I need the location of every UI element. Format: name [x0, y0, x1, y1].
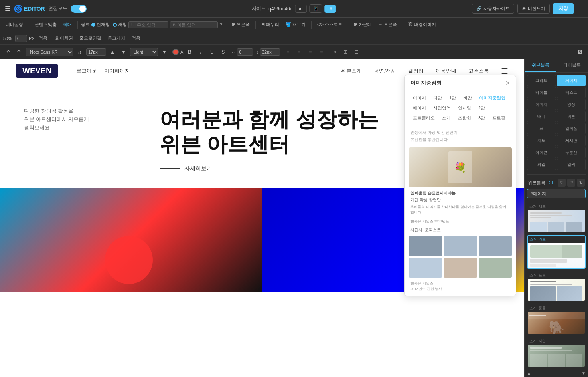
- nav-contact[interactable]: 고객소통: [468, 67, 489, 75]
- tag-image-focus[interactable]: 이미지중점형: [477, 94, 508, 102]
- wc-board[interactable]: 게시판: [557, 135, 586, 146]
- tag-three-col[interactable]: 3단: [476, 114, 487, 122]
- preview-hamburger-icon[interactable]: ☰: [501, 66, 508, 76]
- user-site-btn[interactable]: 🔗 사용자사이트: [472, 4, 514, 14]
- save-btn[interactable]: 저장: [553, 3, 574, 14]
- indent-btn[interactable]: ⇥: [330, 47, 339, 57]
- fill-btn[interactable]: 🪣 채우기: [283, 21, 308, 28]
- italic-btn[interactable]: I: [196, 47, 205, 57]
- template-card-2[interactable]: 소개_가로: [527, 235, 586, 269]
- apply-btn[interactable]: 적용: [36, 34, 50, 42]
- wb-search-input[interactable]: [531, 191, 586, 196]
- scroll-down-btn[interactable]: ▼: [582, 371, 586, 375]
- max-btn[interactable]: 최대: [61, 21, 74, 28]
- tag-profile[interactable]: 프로필: [490, 114, 508, 122]
- table-btn2[interactable]: ⊟: [352, 47, 361, 57]
- wc-video[interactable]: 영상: [557, 99, 586, 110]
- popup-close-icon[interactable]: ✕: [505, 80, 510, 86]
- wc-map[interactable]: 지도: [527, 135, 556, 146]
- wc-page[interactable]: 페이지: [557, 75, 586, 86]
- template-card-4[interactable]: 소개_동물 🐘: [527, 304, 586, 334]
- tag-single[interactable]: 1단: [447, 94, 458, 102]
- tab-template-blocks[interactable]: 타이블록: [556, 59, 588, 72]
- align-left-btn[interactable]: ≡: [283, 47, 293, 57]
- font-family-select[interactable]: Noto Sans KR: [26, 48, 73, 56]
- source-code-btn[interactable]: </> 소스코드: [315, 21, 345, 28]
- font-size-btn[interactable]: 등크게지: [105, 34, 128, 42]
- page-width-btn[interactable]: 화이치권: [53, 34, 75, 42]
- style-input[interactable]: [170, 21, 218, 28]
- wc-title[interactable]: 타이틀: [527, 87, 556, 98]
- wb-bookmark-btn[interactable]: ♡: [567, 179, 575, 187]
- image-insert-btn[interactable]: 🖼: [575, 47, 585, 57]
- position-right-btn[interactable]: → 오른쪽: [376, 21, 399, 28]
- device-all-btn[interactable]: All: [295, 5, 307, 13]
- url-input[interactable]: [128, 21, 168, 28]
- template-card-3[interactable]: 소개_포트: [527, 271, 586, 302]
- table-insert-btn[interactable]: ⊞: [341, 47, 350, 57]
- underline-btn[interactable]: U: [207, 47, 217, 57]
- tag-two-col[interactable]: 2단: [476, 104, 487, 112]
- device-mobile-btn[interactable]: 📱: [310, 4, 322, 13]
- line-height-btn[interactable]: 줄으로연결: [77, 34, 104, 42]
- tag-greeting[interactable]: 인사말: [456, 104, 474, 112]
- radio-current[interactable]: 현재창: [91, 22, 110, 28]
- font-weight-arrow[interactable]: ▼: [160, 47, 169, 57]
- wc-form[interactable]: 입력폼: [557, 123, 586, 134]
- wc-payment[interactable]: 입찍: [557, 159, 586, 170]
- text-color-picker[interactable]: [172, 49, 179, 55]
- bold-btn[interactable]: B: [185, 47, 194, 57]
- nav-show[interactable]: 공연/전시: [374, 67, 396, 75]
- wc-table[interactable]: 표: [527, 123, 556, 134]
- scroll-up-btn[interactable]: ▲: [527, 371, 531, 375]
- tag-variant[interactable]: 바찬: [461, 94, 474, 102]
- header-btn[interactable]: ⊞ 태두리: [259, 21, 282, 28]
- wc-divider[interactable]: 구분선: [557, 147, 586, 158]
- px-input[interactable]: [15, 35, 27, 42]
- topbar-more-icon[interactable]: ⋮: [577, 5, 583, 12]
- align-center-btn[interactable]: ≡: [294, 47, 304, 57]
- radio-new[interactable]: 새창: [113, 22, 127, 28]
- hero-more-btn[interactable]: 자세히보기: [160, 165, 212, 172]
- content-size-btn[interactable]: 콘텐츠맞춤: [32, 21, 59, 28]
- tag-portfolio[interactable]: 포트폴리오: [410, 114, 437, 122]
- wc-file[interactable]: 파일: [527, 159, 556, 170]
- undo-btn[interactable]: ↶: [3, 47, 13, 57]
- strikethrough-btn[interactable]: S: [218, 47, 228, 57]
- edit-mode-toggle[interactable]: [71, 5, 87, 13]
- letter-spacing-input[interactable]: [237, 48, 253, 56]
- tag-multicolumn[interactable]: 다단: [431, 94, 444, 102]
- nav-widget[interactable]: 위븐소개: [341, 67, 362, 75]
- nav-gallery[interactable]: 갤러리: [408, 67, 424, 75]
- redo-btn[interactable]: ↷: [14, 47, 24, 57]
- style-help-icon[interactable]: ?: [219, 22, 223, 28]
- device-desktop-btn[interactable]: 🖥: [325, 5, 336, 13]
- wc-image[interactable]: 이미지: [527, 99, 556, 110]
- wc-text[interactable]: 텍스트: [557, 87, 586, 98]
- font-weight-select[interactable]: Light Regular Bold: [130, 48, 158, 56]
- center-btn[interactable]: ⊞ 가운데: [351, 21, 374, 28]
- tag-combo[interactable]: 조합형: [456, 114, 474, 122]
- nav-login[interactable]: 로그아웃: [74, 66, 99, 76]
- wc-grid[interactable]: 그라드: [527, 75, 556, 86]
- font-size-up[interactable]: ▲: [108, 47, 117, 57]
- tag-image[interactable]: 이미지: [410, 94, 428, 102]
- bg-image-btn[interactable]: 🖼 배경이미지: [406, 21, 438, 28]
- hamburger-icon[interactable]: ☰: [5, 5, 10, 12]
- font-size-down[interactable]: ▼: [119, 47, 128, 57]
- nav-mypage[interactable]: 마이페이지: [102, 66, 132, 76]
- more-options-btn[interactable]: ⋯: [365, 47, 374, 57]
- tag-business[interactable]: 사업영역: [431, 104, 453, 112]
- preview-btn[interactable]: 👁 비전보기: [517, 4, 550, 14]
- template-card-5[interactable]: 소개_자연: [527, 337, 586, 367]
- align-right-btn[interactable]: ⊞ 오른쪽: [229, 21, 252, 28]
- tab-widget-blocks[interactable]: 위본블록: [525, 59, 556, 72]
- align-justify-btn[interactable]: ≡: [317, 47, 326, 57]
- tag-page[interactable]: 페이지: [410, 104, 428, 112]
- template-card-1[interactable]: 소개_새로: [527, 202, 586, 233]
- apply2-btn[interactable]: 적용: [129, 34, 143, 42]
- wc-icon[interactable]: 아이콘: [527, 147, 556, 158]
- wc-button[interactable]: 버튼: [557, 111, 586, 122]
- wc-banner[interactable]: 배너: [527, 111, 556, 122]
- nav-guide[interactable]: 이용안내: [436, 67, 456, 75]
